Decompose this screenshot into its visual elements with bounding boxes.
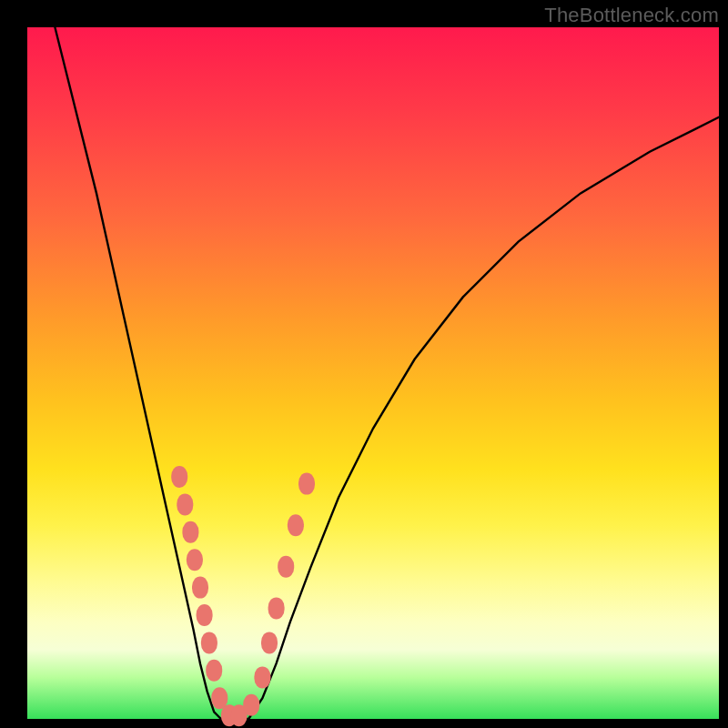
bottleneck-curve-right (248, 117, 719, 719)
component-marker (268, 597, 285, 619)
component-marker (254, 666, 270, 688)
component-marker (278, 556, 294, 578)
component-marker (177, 493, 193, 515)
component-marker (182, 521, 198, 543)
chart-frame: TheBottleneck.com (0, 0, 728, 728)
component-marker (243, 694, 259, 716)
bottleneck-curve-left (55, 27, 220, 719)
component-marker (201, 632, 217, 653)
component-marker (261, 632, 278, 653)
component-marker (171, 466, 187, 488)
watermark-text: TheBottleneck.com (544, 4, 719, 27)
component-marker (187, 549, 203, 571)
component-marker (288, 514, 304, 536)
curve-layer (27, 27, 719, 719)
component-marker (298, 473, 315, 495)
component-markers (171, 466, 315, 726)
plot-area (27, 27, 719, 719)
component-marker (197, 604, 213, 626)
component-marker (192, 577, 208, 599)
component-marker (206, 660, 222, 682)
